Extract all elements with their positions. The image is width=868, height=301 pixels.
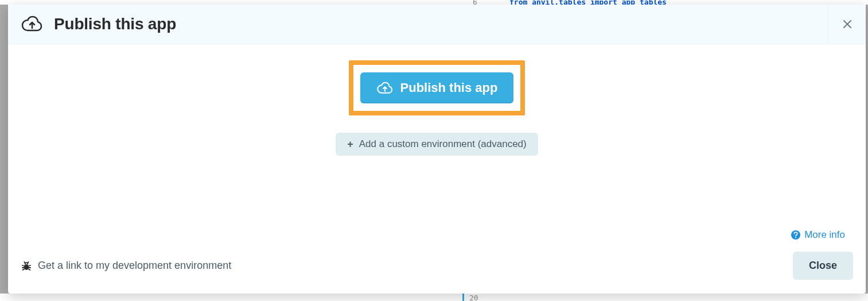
svg-point-1 [795, 237, 796, 238]
advanced-button-label: Add a custom environment (advanced) [359, 138, 527, 150]
modal-title: Publish this app [54, 15, 176, 33]
highlight-frame: Publish this app [349, 60, 526, 115]
more-info-label: More info [804, 229, 845, 241]
editor-gutter-marker [462, 294, 464, 301]
question-circle-icon [791, 230, 801, 240]
dev-environment-link[interactable]: Get a link to my development environment [21, 260, 231, 272]
publish-modal: Publish this app Publish this app [8, 5, 866, 294]
dev-link-label: Get a link to my development environment [38, 260, 231, 272]
code-line-number: 6 [473, 0, 477, 5]
publish-button[interactable]: Publish this app [360, 72, 514, 103]
modal-header: Publish this app [8, 5, 866, 44]
svg-point-2 [24, 264, 29, 270]
cloud-upload-icon [376, 82, 394, 95]
add-custom-environment-button[interactable]: + Add a custom environment (advanced) [336, 133, 538, 156]
close-button[interactable]: Close [793, 252, 853, 280]
plus-icon: + [347, 139, 353, 149]
code-line-number-bottom: 20 [469, 294, 478, 301]
bug-icon [21, 260, 32, 272]
modal-body: Publish this app + Add a custom environm… [8, 44, 866, 241]
close-x-button[interactable] [828, 5, 866, 44]
close-icon [843, 20, 852, 29]
background-code-editor: 6 from anvil.tables import app_tables [0, 0, 868, 5]
cloud-upload-icon [21, 16, 44, 33]
close-button-label: Close [809, 260, 837, 271]
publish-button-label: Publish this app [400, 80, 498, 95]
modal-footer: Get a link to my development environment… [8, 241, 866, 294]
background-bottom-strip: 20 [0, 294, 868, 301]
more-info-link[interactable]: More info [791, 229, 845, 241]
code-line-text: from anvil.tables import app_tables [509, 0, 667, 5]
